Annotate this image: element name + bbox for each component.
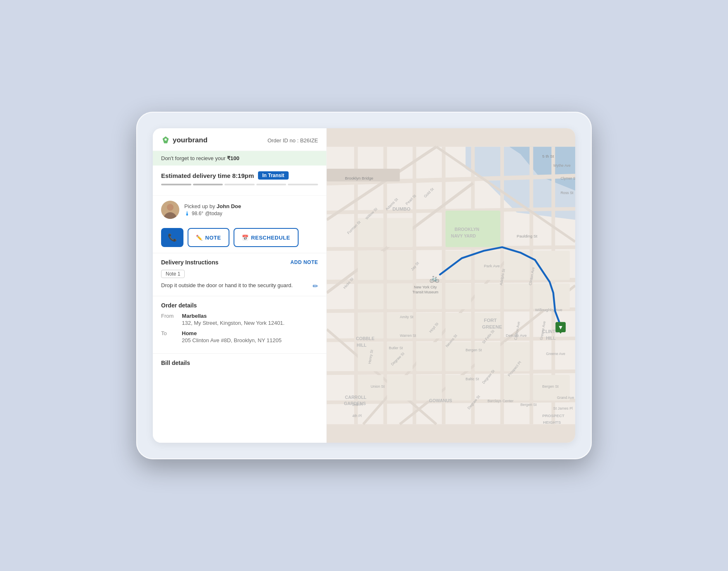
svg-text:Wythe Ave: Wythe Ave	[553, 163, 571, 168]
svg-text:COBBLE: COBBLE	[356, 336, 375, 341]
svg-rect-30	[387, 218, 413, 247]
delivery-instructions-header: Delivery Instructions ADD NOTE	[161, 259, 318, 266]
svg-text:New York City: New York City	[414, 285, 437, 289]
svg-rect-31	[358, 251, 383, 280]
phone-icon: 📞	[168, 233, 177, 242]
svg-rect-29	[358, 218, 383, 247]
progress-seg-1	[161, 184, 191, 185]
order-to-row: To Home 205 Clinton Ave #8D, Brooklyn, N…	[161, 330, 318, 343]
calendar-icon: 📅	[242, 235, 249, 241]
svg-text:DUMBO: DUMBO	[393, 206, 410, 211]
svg-text:Ross St: Ross St	[561, 191, 574, 195]
rider-temp-row: 🌡 98.6° @today	[184, 210, 241, 217]
progress-seg-2	[193, 184, 223, 185]
left-panel: yourbrand Order ID no : B26IZE Don't for…	[153, 128, 327, 443]
progress-bar	[161, 184, 318, 185]
to-name: Home	[182, 330, 282, 336]
svg-text:HEIGHTS: HEIGHTS	[543, 420, 561, 425]
add-note-button[interactable]: ADD NOTE	[290, 259, 318, 265]
logo-icon	[161, 136, 170, 145]
svg-text:St James Pl: St James Pl	[553, 406, 573, 410]
from-address: 132, My Street, Kingston, New York 12401…	[182, 320, 284, 326]
svg-text:FORT: FORT	[484, 318, 497, 323]
action-buttons: 📞 ✏️ NOTE 📅 RESCHEDULE	[153, 224, 326, 253]
app-container: yourbrand Order ID no : B26IZE Don't for…	[153, 128, 575, 443]
svg-text:4th Pl: 4th Pl	[352, 414, 362, 418]
order-details-section: Order details From Marbellas 132, My Str…	[153, 296, 326, 353]
svg-rect-43	[416, 342, 442, 372]
svg-text:PROSPECT: PROSPECT	[542, 413, 564, 418]
svg-rect-57	[416, 375, 442, 401]
svg-text:▼: ▼	[558, 324, 564, 331]
rider-info: Picked up by John Doe 🌡 98.6° @today	[153, 195, 326, 224]
svg-rect-36	[358, 313, 383, 338]
from-content: Marbellas 132, My Street, Kingston, New …	[182, 313, 284, 326]
svg-rect-56	[387, 375, 413, 401]
bill-details-header: Bill details	[161, 360, 318, 366]
map-panel: 5 th St Wythe Ave Clymer St Ross St East…	[327, 128, 575, 443]
svg-text:DeKalb Ave: DeKalb Ave	[506, 333, 526, 338]
svg-rect-33	[358, 284, 383, 309]
svg-text:BROOKLYN: BROOKLYN	[455, 227, 480, 232]
note-text: Drop it outside the door or hand it to t…	[161, 281, 293, 290]
svg-text:CARROLL: CARROLL	[345, 395, 366, 400]
from-label: From	[161, 313, 174, 326]
svg-text:GREENE: GREENE	[482, 324, 502, 329]
reschedule-label: RESCHEDULE	[251, 235, 290, 241]
svg-text:Clymer St: Clymer St	[561, 176, 575, 180]
call-button[interactable]: 📞	[161, 228, 183, 247]
svg-rect-59	[504, 375, 530, 401]
svg-text:HILL: HILL	[357, 343, 366, 348]
bike-icon: 🚲	[429, 274, 440, 283]
to-address: 205 Clinton Ave #8D, Brooklyn, NY 11205	[182, 337, 282, 343]
svg-rect-34	[387, 284, 413, 309]
delivery-time-row: Estimated delivery time 8:19pm In Transi…	[161, 171, 318, 180]
svg-text:NAVY YARD: NAVY YARD	[451, 233, 476, 238]
svg-rect-44	[446, 342, 471, 372]
avatar-svg	[161, 201, 179, 219]
promo-text: Don't forget to recieve your	[161, 155, 227, 161]
rider-name: John Doe	[217, 203, 241, 209]
svg-point-1	[164, 212, 177, 219]
reschedule-button[interactable]: 📅 RESCHEDULE	[234, 228, 299, 247]
edit-icon[interactable]: ✏	[313, 282, 318, 290]
delivery-time-label: Estimated delivery time 8:19pm	[161, 172, 254, 179]
svg-text:Grand Ave: Grand Ave	[557, 396, 574, 400]
svg-line-13	[327, 371, 575, 373]
svg-text:GARDENS: GARDENS	[344, 401, 366, 406]
svg-point-0	[164, 138, 167, 141]
svg-text:Brooklyn Bridge: Brooklyn Bridge	[345, 176, 373, 180]
svg-text:Amity St: Amity St	[400, 315, 413, 319]
map-svg: 5 th St Wythe Ave Clymer St Ross St East…	[327, 128, 575, 443]
rider-temp-suffix: @today	[205, 211, 222, 216]
rider-details: Picked up by John Doe 🌡 98.6° @today	[184, 203, 241, 217]
svg-text:5 th St: 5 th St	[542, 154, 554, 158]
svg-text:GOWANUS: GOWANUS	[429, 398, 452, 403]
svg-text:Bergen St: Bergen St	[465, 348, 482, 352]
svg-text:Park Ave: Park Ave	[484, 264, 500, 268]
svg-rect-52	[475, 284, 500, 309]
thermometer-icon: 🌡	[184, 210, 190, 217]
note-pencil-icon: ✏️	[196, 235, 203, 241]
order-details-title: Order details	[161, 302, 197, 309]
map-container: 5 th St Wythe Ave Clymer St Ross St East…	[327, 128, 575, 443]
note-tag: Note 1	[161, 270, 185, 278]
svg-rect-53	[504, 284, 530, 309]
rider-avatar	[161, 201, 179, 219]
svg-text:Paulding St: Paulding St	[517, 234, 538, 238]
svg-text:Bergen St: Bergen St	[542, 384, 559, 389]
delivery-instructions-title: Delivery Instructions	[161, 259, 219, 266]
svg-text:Union St: Union St	[371, 384, 385, 389]
note-label: NOTE	[205, 235, 221, 241]
logo: yourbrand	[161, 136, 207, 145]
logo-normal: your	[173, 136, 188, 144]
note-button[interactable]: ✏️ NOTE	[188, 228, 229, 247]
promo-amount: ₹100	[227, 155, 239, 161]
svg-text:Greene Ave: Greene Ave	[546, 352, 565, 356]
rider-temp: 98.6°	[192, 211, 203, 216]
bill-details-title: Bill details	[161, 360, 190, 366]
svg-rect-51	[446, 284, 471, 309]
to-label: To	[161, 330, 174, 343]
svg-text:HILL: HILL	[546, 336, 556, 341]
svg-text:Transit Museum: Transit Museum	[412, 290, 439, 294]
